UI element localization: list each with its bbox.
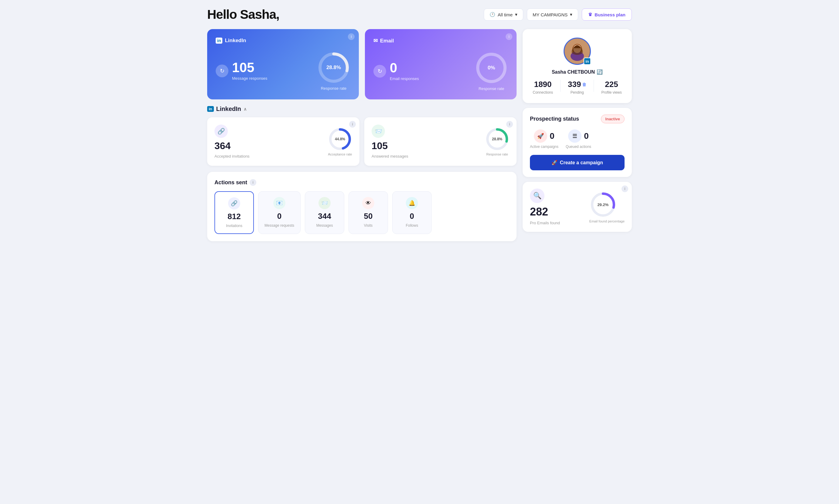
- invitations-number: 812: [227, 212, 241, 221]
- linkedin-message-number: 105: [232, 61, 267, 74]
- follows-icon: 🔔: [406, 197, 418, 209]
- queued-actions-number: 0: [584, 131, 589, 141]
- linkedin-response-rate-chart: 28.8%: [317, 51, 350, 84]
- message-requests-action-card[interactable]: 📧 0 Message requests: [258, 191, 301, 234]
- follows-action-card[interactable]: 🔔 0 Follows: [392, 191, 432, 234]
- campaigns-filter-button[interactable]: MY CAMPAIGNS ▾: [527, 8, 578, 21]
- response-rate-mini-chart: 28.8%: [485, 127, 509, 151]
- visits-icon: 👁: [362, 197, 374, 209]
- rocket-icon: 🚀: [534, 129, 547, 143]
- time-filter-label: All time: [498, 12, 513, 17]
- accepted-invitations-label: Accepted invitations: [214, 154, 250, 159]
- email-found-percentage-label: 29.2%: [597, 202, 609, 207]
- linkedin-section-icon: in: [207, 106, 214, 112]
- inactive-badge: Inactive: [601, 114, 625, 123]
- linkedin-card-title: LinkedIn: [225, 38, 246, 44]
- linkedin-stats-grid: i 🔗 364 Accepted invitations: [207, 117, 517, 166]
- link-icon: 🔗: [214, 125, 228, 138]
- active-campaigns-row: 🚀 0: [534, 129, 555, 143]
- connections-number: 1890: [534, 80, 552, 89]
- linkedin-response-rate: 28.8% Response rate: [317, 51, 350, 91]
- message-requests-label: Message requests: [264, 223, 294, 228]
- header-controls: 🕐 All time ▾ MY CAMPAIGNS ▾ ♛ Business p…: [484, 8, 632, 21]
- invitations-label: Invitations: [226, 224, 242, 228]
- acceptance-rate-label: 44.8%: [335, 137, 345, 141]
- email-response-stat: ↻ 0 Email responses: [373, 61, 419, 81]
- email-stats-card: i 🔍 282 Pro Emails found 29.2%: [523, 182, 632, 232]
- pending-trash-icon[interactable]: 🗑: [582, 82, 586, 87]
- linkedin-icon: in: [216, 38, 222, 44]
- email-card-info-button[interactable]: i: [506, 33, 512, 40]
- profile-name-text: Sasha CHETBOUN: [552, 69, 595, 75]
- queued-actions-stat: ☰ 0 Queued actions: [566, 129, 591, 149]
- pro-emails-number: 282: [530, 205, 560, 218]
- email-stats-info-button[interactable]: i: [622, 185, 628, 192]
- linkedin-card-header: in LinkedIn: [216, 38, 350, 44]
- messages-action-card[interactable]: 📨 344 Messages: [305, 191, 344, 234]
- email-response-stat-left: ↻ 0 Email responses: [373, 61, 419, 81]
- prospecting-card: Prospecting status Inactive 🚀 0 Active c…: [523, 108, 632, 177]
- email-response-number: 0: [390, 61, 419, 75]
- accepted-invitations-info-button[interactable]: i: [349, 121, 356, 128]
- follows-label: Follows: [406, 223, 418, 228]
- visits-number: 50: [364, 212, 373, 221]
- actions-section: Actions sent i 🔗 812 Invitations 📧 0 Mes…: [207, 172, 517, 241]
- chevron-up-icon: ∧: [244, 107, 247, 111]
- visits-action-card[interactable]: 👁 50 Visits: [349, 191, 388, 234]
- email-response-rate: 0% Response rate: [475, 51, 508, 91]
- accepted-invitations-number: 364: [214, 140, 230, 151]
- acceptance-rate-chart-group: 44.8% Acceptance rate: [328, 127, 352, 156]
- right-panel: in Sasha CHETBOUN 🔄 1890 Connections 339: [523, 29, 632, 241]
- prospecting-title: Prospecting status: [530, 116, 579, 122]
- time-filter-button[interactable]: 🕐 All time ▾: [484, 8, 523, 21]
- email-search-icon: 🔍: [530, 188, 544, 203]
- pending-number: 339 🗑: [568, 80, 586, 89]
- queued-actions-label: Queued actions: [566, 145, 591, 149]
- accepted-invitations-left: 🔗 364 Accepted invitations: [214, 125, 250, 159]
- profile-name: Sasha CHETBOUN 🔄: [552, 69, 603, 75]
- prospecting-header: Prospecting status Inactive: [530, 114, 625, 123]
- acceptance-rate-mini-chart: 44.8%: [328, 127, 352, 151]
- linkedin-message-stat: ↻ 105 Message responses: [216, 61, 267, 80]
- profile-stats: 1890 Connections 339 🗑 Pending 225: [530, 80, 625, 94]
- linkedin-card-stats: ↻ 105 Message responses: [216, 51, 350, 91]
- email-stat-left: 🔍 282 Pro Emails found: [530, 188, 560, 225]
- email-response-rate-sublabel: Response rate: [475, 86, 508, 91]
- message-icon: 📨: [371, 125, 385, 138]
- linkedin-section: in LinkedIn ∧ i 🔗 364 Accepted invitatio…: [207, 106, 517, 166]
- prospecting-stats: 🚀 0 Active campaigns ☰ 0 Queued actions: [530, 129, 625, 149]
- linkedin-message-number-group: 105 Message responses: [232, 61, 267, 80]
- acceptance-rate-sublabel: Acceptance rate: [328, 152, 352, 156]
- business-plan-button[interactable]: ♛ Business plan: [582, 8, 632, 21]
- accepted-invitations-card: i 🔗 364 Accepted invitations: [207, 117, 360, 166]
- email-response-number-group: 0 Email responses: [390, 61, 419, 81]
- actions-info-button[interactable]: i: [250, 179, 256, 186]
- linkedin-message-stat-left: ↻ 105 Message responses: [216, 61, 267, 80]
- actions-grid: 🔗 812 Invitations 📧 0 Message requests 📨…: [214, 191, 509, 234]
- linkedin-section-header: in LinkedIn ∧: [207, 106, 517, 112]
- avatar-linkedin-badge: in: [583, 58, 591, 65]
- email-found-percentage-sublabel: Email found percentage: [589, 219, 625, 223]
- linkedin-card-info-button[interactable]: i: [348, 33, 354, 40]
- answered-messages-info-button[interactable]: i: [506, 121, 513, 128]
- business-plan-label: Business plan: [595, 12, 626, 17]
- answered-messages-number: 105: [371, 140, 388, 151]
- profile-views-label: Profile views: [601, 90, 622, 94]
- actions-title: Actions sent: [214, 179, 247, 186]
- answered-messages-label: Answered messages: [371, 154, 408, 159]
- linkedin-refresh-icon: ↻: [216, 65, 228, 77]
- create-campaign-button[interactable]: 🚀 Create a campaign: [530, 155, 625, 170]
- email-card-title: Email: [380, 38, 394, 44]
- divider-1: [560, 80, 561, 92]
- queued-actions-row: ☰ 0: [568, 129, 589, 143]
- visits-label: Visits: [364, 223, 372, 228]
- linkedin-response-rate-sublabel: Response rate: [317, 86, 350, 91]
- chevron-down-icon: ▾: [515, 12, 518, 17]
- connections-stat: 1890 Connections: [532, 80, 553, 94]
- messages-number: 344: [318, 212, 331, 221]
- profile-views-stat: 225 Profile views: [601, 80, 622, 94]
- follows-number: 0: [410, 212, 414, 221]
- divider-2: [594, 80, 594, 92]
- pro-emails-label: Pro Emails found: [530, 221, 560, 225]
- invitations-action-card[interactable]: 🔗 812 Invitations: [214, 191, 254, 234]
